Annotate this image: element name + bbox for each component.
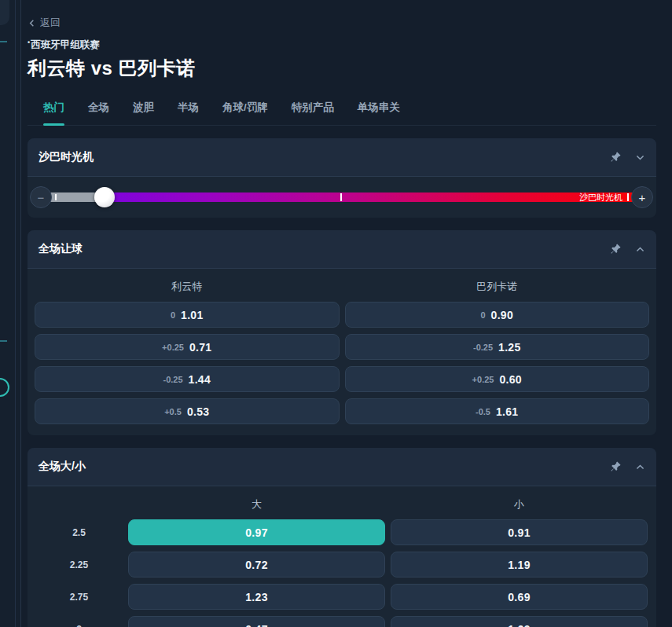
ou-cell-under-2[interactable]: 0.69 — [391, 584, 648, 610]
away-team-header: 巴列卡诺 — [345, 280, 650, 294]
sidebar-corner-remnant — [0, 0, 9, 25]
over-column-header: 大 — [128, 497, 385, 512]
over-under-card: 全场大/小 大 小 2.5 0.97 0.91 2.25 — [28, 448, 656, 627]
handicap-cell-away-2[interactable]: +0.25 0.60 — [345, 366, 650, 392]
sidebar-teal-dash — [0, 340, 7, 342]
odds-value: 1.69 — [508, 623, 530, 627]
ou-line-label: 2.5 — [35, 527, 123, 538]
time-machine-card: 沙巴时光机 沙巴时光机 − + — [28, 138, 656, 218]
odds-value: 0.71 — [189, 341, 211, 354]
league-bullet: • — [28, 39, 30, 46]
ou-cell-under-0[interactable]: 0.91 — [391, 519, 648, 545]
section-title: 全场大/小 — [39, 460, 609, 474]
odds-value: 0.53 — [187, 405, 209, 418]
home-team-header: 利云特 — [35, 280, 340, 294]
slider-plus-button[interactable]: + — [631, 186, 653, 208]
league-name: • 西班牙甲组联赛 — [28, 38, 656, 52]
tab-specials[interactable]: 特别产品 — [292, 101, 334, 125]
handicap-cell-away-3[interactable]: -0.5 1.61 — [345, 398, 650, 424]
line-column-spacer — [35, 497, 123, 512]
odds-value: 0.47 — [245, 623, 267, 627]
slider-knob[interactable] — [94, 187, 115, 207]
ou-line-label: 2.25 — [35, 559, 123, 570]
handicap-line: 0 — [171, 310, 175, 320]
tab-corners-cards[interactable]: 角球/罚牌 — [222, 101, 268, 125]
handicap-team-headers: 利云特 巴列卡诺 — [28, 269, 656, 302]
back-chevron-icon — [28, 19, 36, 28]
odds-value: 0.69 — [508, 591, 530, 603]
slider-end-tick — [627, 193, 629, 201]
tab-full-time[interactable]: 全场 — [88, 101, 109, 125]
tab-correct-score[interactable]: 波胆 — [133, 101, 154, 125]
slider-minus-button[interactable]: − — [30, 186, 52, 208]
over-under-grid: 2.5 0.97 0.91 2.25 0.72 1.19 2.75 1.23 0… — [28, 519, 656, 627]
ou-cell-under-3[interactable]: 1.69 — [391, 616, 648, 627]
tab-single-parlay[interactable]: 单场串关 — [358, 101, 400, 125]
main-content: 返回 • 西班牙甲组联赛 利云特 vs 巴列卡诺 热门 全场 波胆 半场 角球/… — [28, 0, 656, 627]
handicap-cell-home-3[interactable]: +0.5 0.53 — [35, 398, 340, 424]
odds-value: 1.25 — [498, 341, 520, 354]
odds-value: 0.91 — [508, 526, 530, 539]
handicap-cell-away-1[interactable]: -0.25 1.25 — [345, 334, 650, 360]
tab-hot[interactable]: 热门 — [43, 101, 64, 125]
handicap-header: 全场让球 — [28, 230, 656, 269]
odds-value: 1.01 — [181, 309, 203, 321]
odds-value: 1.23 — [245, 591, 267, 603]
ou-cell-over-3[interactable]: 0.47 — [128, 616, 385, 627]
chevron-up-icon[interactable] — [635, 244, 645, 255]
over-under-header: 全场大/小 — [28, 448, 656, 486]
handicap-cell-home-1[interactable]: +0.25 0.71 — [35, 334, 340, 360]
market-tabs: 热门 全场 波胆 半场 角球/罚牌 特别产品 单场串关 — [28, 101, 656, 126]
pin-icon[interactable] — [609, 243, 622, 255]
handicap-line: 0 — [480, 310, 485, 320]
handicap-line: +0.25 — [472, 375, 494, 384]
pin-icon[interactable] — [609, 151, 622, 163]
over-under-column-headers: 大 小 — [28, 486, 656, 519]
page-title: 利云特 vs 巴列卡诺 — [28, 56, 656, 81]
handicap-line: +0.5 — [164, 407, 182, 416]
back-button[interactable]: 返回 — [28, 16, 61, 30]
under-column-header: 小 — [391, 497, 648, 512]
league-label: 西班牙甲组联赛 — [31, 38, 100, 52]
odds-value: 0.97 — [245, 526, 267, 539]
time-machine-header: 沙巴时光机 — [28, 138, 656, 177]
odds-value: 0.60 — [499, 373, 521, 386]
ou-line-label: 2.75 — [35, 592, 123, 603]
sidebar-teal-dash — [0, 41, 7, 42]
time-machine-slider-track[interactable]: 沙巴时光机 — [41, 192, 643, 202]
sidebar-divider-line — [15, 0, 16, 627]
handicap-cell-away-0[interactable]: 0 0.90 — [345, 302, 650, 328]
back-label: 返回 — [40, 16, 61, 30]
tab-half-time[interactable]: 半场 — [178, 101, 199, 125]
handicap-odds-grid: 0 1.01 0 0.90 +0.25 0.71 -0.25 1.25 -0.2… — [28, 302, 656, 435]
slider-tick — [55, 194, 57, 200]
ou-cell-over-0[interactable]: 0.97 — [128, 519, 385, 545]
handicap-cell-home-2[interactable]: -0.25 1.44 — [35, 366, 340, 392]
handicap-line: -0.25 — [473, 343, 493, 352]
handicap-card: 全场让球 利云特 巴列卡诺 0 1.01 0 0.90 — [28, 230, 656, 435]
pin-icon[interactable] — [609, 460, 622, 473]
handicap-line: -0.5 — [476, 407, 490, 416]
ou-cell-over-1[interactable]: 0.72 — [128, 552, 385, 578]
section-title: 全场让球 — [39, 242, 609, 256]
ou-cell-under-1[interactable]: 1.19 — [391, 552, 648, 578]
handicap-cell-home-0[interactable]: 0 1.01 — [35, 302, 340, 328]
slider-tick — [340, 193, 342, 201]
chevron-up-icon[interactable] — [635, 462, 645, 472]
slider-label: 沙巴时光机 — [579, 192, 622, 202]
ou-line-label: 2 — [35, 624, 123, 627]
odds-value: 0.90 — [491, 309, 513, 321]
ou-cell-over-2[interactable]: 1.23 — [128, 584, 385, 610]
odds-value: 0.72 — [245, 559, 267, 571]
section-title: 沙巴时光机 — [39, 150, 609, 164]
odds-value: 1.61 — [496, 405, 518, 418]
chevron-down-icon[interactable] — [635, 152, 645, 163]
handicap-line: +0.25 — [162, 343, 184, 352]
left-sidebar-edge — [0, 0, 21, 627]
odds-value: 1.19 — [508, 559, 530, 571]
time-machine-slider-area: 沙巴时光机 − + — [28, 177, 656, 218]
odds-value: 1.44 — [189, 373, 211, 386]
handicap-line: -0.25 — [163, 375, 182, 384]
